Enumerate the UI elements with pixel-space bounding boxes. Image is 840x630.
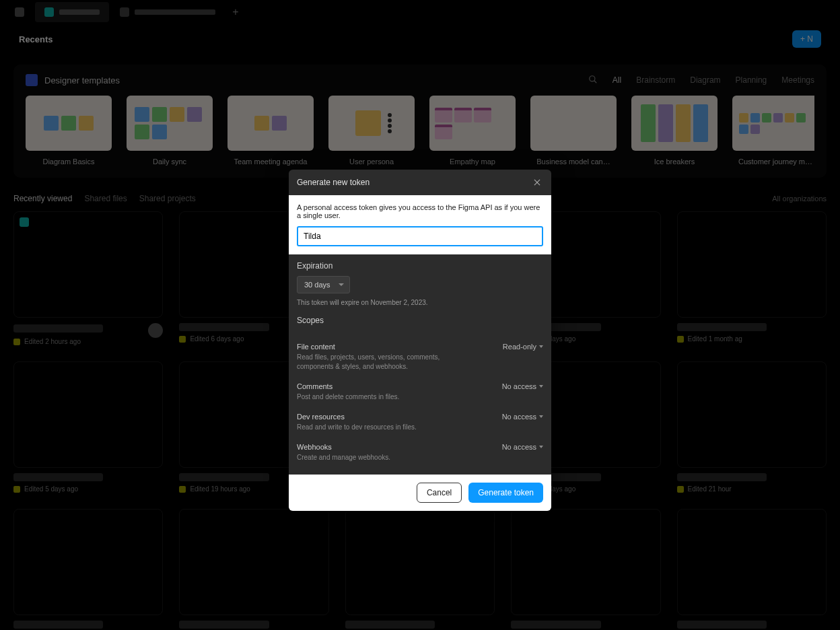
generate-token-button[interactable]: Generate token <box>468 483 543 503</box>
generate-token-modal: Generate new token A personal access tok… <box>289 170 551 511</box>
scope-row: Dev resourcesNo accessRead and write to … <box>297 407 543 438</box>
scope-name: Comments <box>297 382 332 390</box>
scopes-label: Scopes <box>297 316 543 325</box>
scope-name: Webhooks <box>297 443 332 451</box>
scope-description: Post and delete comments in files. <box>297 392 472 402</box>
cancel-button[interactable]: Cancel <box>417 483 462 503</box>
expiration-note: This token will expire on November 2, 20… <box>297 299 543 306</box>
token-name-input[interactable] <box>297 226 543 246</box>
scope-name: Dev resources <box>297 413 345 421</box>
scope-access-dropdown[interactable]: Read-only <box>503 343 543 351</box>
modal-title: Generate new token <box>297 178 370 187</box>
scope-description: Read files, projects, users, versions, c… <box>297 353 472 372</box>
close-icon[interactable] <box>531 176 543 188</box>
modal-description: A personal access token gives you access… <box>297 203 543 219</box>
scope-row: WebhooksNo accessCreate and manage webho… <box>297 438 543 468</box>
scope-row: CommentsNo accessPost and delete comment… <box>297 377 543 407</box>
scope-access-dropdown[interactable]: No access <box>502 413 543 421</box>
scope-name: File content <box>297 343 335 351</box>
scope-access-dropdown[interactable]: No access <box>502 382 543 390</box>
expiration-select[interactable]: 30 days <box>297 276 350 293</box>
scope-access-dropdown[interactable]: No access <box>502 443 543 451</box>
scope-row: File contentRead-onlyRead files, project… <box>297 337 543 377</box>
scope-description: Read and write to dev resources in files… <box>297 423 472 432</box>
scope-description: Create and manage webhooks. <box>297 453 472 462</box>
expiration-label: Expiration <box>297 261 543 271</box>
